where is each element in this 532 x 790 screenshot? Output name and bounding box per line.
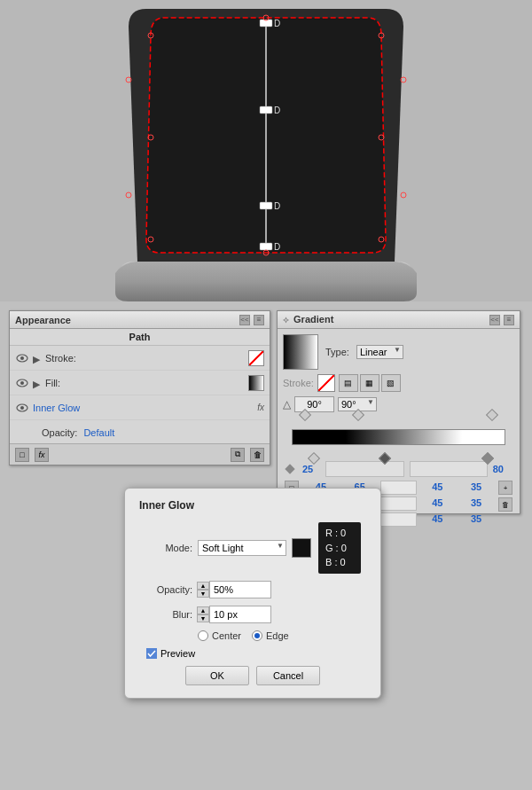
- gradient-bottom-stops: [292, 445, 505, 456]
- gradient-bar[interactable]: [292, 429, 505, 445]
- n-field-2[interactable]: [380, 497, 418, 511]
- grad-right-icon-1[interactable]: +: [498, 481, 512, 495]
- fill-visibility-icon[interactable]: [15, 377, 29, 389]
- path-label: Path: [129, 332, 151, 342]
- fill-row: ▶ Fill:: [10, 371, 270, 395]
- dialog-opacity-label: Opacity:: [139, 584, 192, 595]
- angle-row: △ 90° 0° 180°: [283, 396, 514, 412]
- fill-swatch[interactable]: [248, 375, 264, 391]
- stroke-swatch[interactable]: [248, 350, 264, 366]
- gradient-right-icons: + 🗑: [498, 481, 512, 528]
- gradient-panel: ⟡ Gradient << ≡ Type: Linear Radial: [277, 310, 520, 514]
- mode-label: Mode:: [139, 543, 192, 553]
- location-field[interactable]: [325, 461, 403, 477]
- blur-spin-down[interactable]: ▼: [197, 614, 209, 622]
- n-field-1[interactable]: [380, 481, 418, 495]
- rgb-b: B : 0: [325, 555, 354, 570]
- stroke-label: Stroke:: [45, 353, 248, 364]
- edge-label: Edge: [266, 630, 289, 641]
- opacity-input-wrapper: ▲ ▼: [198, 581, 271, 598]
- edge-option[interactable]: Edge: [252, 630, 289, 641]
- bottom-area: Appearance << ≡ Path ▶ Stroke:: [0, 301, 532, 790]
- gradient-stroke-btn1[interactable]: ▤: [339, 374, 358, 392]
- location-80: 80: [493, 464, 504, 474]
- gradient-titlebar: ⟡ Gradient << ≡: [278, 311, 520, 329]
- n-45-6: 45: [419, 512, 456, 527]
- gradient-stroke-icons: ▤ ▦ ▧: [317, 374, 401, 392]
- opacity-spin-down[interactable]: ▼: [197, 590, 209, 598]
- grad-right-icon-2[interactable]: 🗑: [498, 497, 512, 512]
- appearance-collapse[interactable]: <<: [239, 315, 250, 325]
- inner-glow-row: Inner Glow fx: [10, 395, 270, 420]
- mode-color-swatch[interactable]: [292, 538, 311, 558]
- inner-glow-label[interactable]: Inner Glow: [33, 403, 257, 413]
- opacity-spin-up[interactable]: ▲: [197, 582, 209, 590]
- center-option[interactable]: Center: [198, 630, 241, 641]
- type-select-wrapper: Linear Radial: [356, 345, 403, 359]
- gradient-menu[interactable]: ≡: [504, 315, 514, 325]
- gradient-stroke-btn2[interactable]: ▦: [360, 374, 379, 392]
- gradient-top-stops: [292, 418, 505, 428]
- mode-row: Mode: Soft Light Normal Multiply Screen …: [139, 522, 366, 574]
- gradient-stroke-swatch[interactable]: [317, 374, 335, 392]
- appearance-menu[interactable]: ≡: [254, 315, 264, 325]
- fill-label: Fill:: [45, 378, 248, 388]
- gradient-stroke-btn3[interactable]: ▧: [381, 374, 401, 392]
- delete-icon[interactable]: 🗑: [250, 448, 264, 462]
- inner-glow-dialog: Inner Glow Mode: Soft Light Normal Multi…: [124, 488, 381, 699]
- blur-input-wrapper: ▲ ▼: [198, 606, 271, 623]
- type-select[interactable]: Linear Radial: [356, 345, 403, 359]
- gradient-panel-controls: << ≡: [489, 315, 514, 325]
- n-45-4: 45: [419, 497, 456, 511]
- rgb-r: R : 0: [325, 526, 354, 541]
- dialog-buttons: OK Cancel: [139, 666, 366, 685]
- n-field-3[interactable]: [380, 512, 418, 527]
- svg-text:D: D: [274, 201, 280, 211]
- type-label: Type:: [325, 347, 349, 357]
- preview-label: Preview: [160, 648, 195, 659]
- blur-input[interactable]: [209, 606, 271, 623]
- cancel-button[interactable]: Cancel: [256, 666, 320, 685]
- gradient-nums-row: 25 80: [283, 461, 514, 477]
- fill-expand-icon[interactable]: ▶: [33, 379, 42, 387]
- gradient-preview[interactable]: [283, 334, 318, 370]
- gradient-collapse[interactable]: <<: [489, 315, 500, 325]
- location-25: 25: [302, 464, 313, 474]
- duplicate-icon[interactable]: ⧉: [231, 448, 245, 462]
- blur-spin-up[interactable]: ▲: [197, 606, 209, 614]
- dialog-title: Inner Glow: [139, 499, 366, 512]
- blur-spin-btns: ▲ ▼: [197, 606, 209, 622]
- opacity-spin-btns: ▲ ▼: [197, 582, 209, 598]
- appearance-panel: Appearance << ≡ Path ▶ Stroke:: [9, 310, 270, 465]
- location-diamond: [285, 464, 294, 473]
- angle-input[interactable]: [294, 396, 334, 412]
- rgb-g: G : 0: [325, 541, 354, 556]
- opacity-field[interactable]: [410, 461, 488, 477]
- svg-text:D: D: [274, 106, 280, 115]
- mode-select[interactable]: Soft Light Normal Multiply Screen Overla…: [198, 540, 286, 556]
- fx-icon[interactable]: fx: [35, 448, 49, 462]
- dialog-opacity-row: Opacity: ▲ ▼: [139, 581, 366, 598]
- opacity-row: Opacity: Default: [10, 420, 270, 445]
- preview-checkbox[interactable]: [146, 648, 157, 659]
- svg-rect-6: [260, 243, 272, 250]
- fx-badge[interactable]: fx: [257, 403, 264, 412]
- stroke-expand-icon[interactable]: ▶: [33, 354, 42, 363]
- inner-glow-visibility-icon[interactable]: [15, 402, 29, 414]
- ok-button[interactable]: OK: [185, 666, 249, 685]
- mode-select-wrapper: Soft Light Normal Multiply Screen Overla…: [198, 540, 286, 556]
- gradient-bar-area: [283, 418, 514, 456]
- new-layer-icon[interactable]: □: [15, 448, 29, 462]
- gradient-title: ⟡ Gradient: [283, 314, 333, 325]
- stroke-visibility-icon[interactable]: [15, 352, 29, 364]
- n-35-3: 35: [458, 512, 495, 527]
- center-edge-row: Center Edge: [198, 630, 366, 641]
- svg-text:D: D: [274, 19, 280, 28]
- angle-icon: △: [283, 398, 291, 411]
- blur-row: Blur: ▲ ▼: [139, 606, 366, 623]
- edge-radio[interactable]: [252, 630, 262, 641]
- appearance-titlebar: Appearance << ≡: [10, 311, 270, 329]
- n-35-2: 35: [458, 497, 495, 511]
- center-radio[interactable]: [198, 630, 208, 641]
- opacity-input[interactable]: [209, 581, 271, 598]
